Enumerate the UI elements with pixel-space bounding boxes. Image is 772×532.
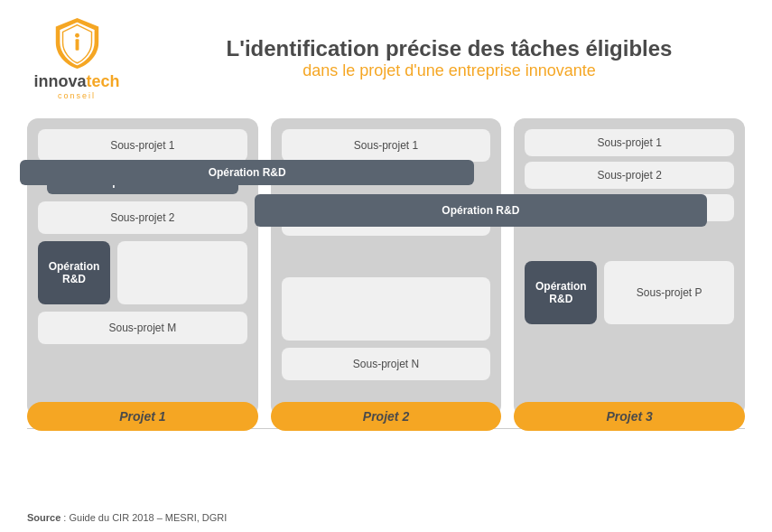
col1-bottom-row: Opération R&D (38, 241, 247, 304)
col3-subproject-1: Sous-projet 1 (525, 129, 734, 156)
col2-oprd-wide-spacer (282, 243, 491, 270)
svg-point-0 (75, 33, 79, 38)
project-label-3: Projet 3 (514, 402, 745, 431)
wide-op-rd-2: Opération R&D (255, 194, 707, 227)
project-label-1: Projet 1 (27, 402, 258, 431)
source-text: : Guide du CIR 2018 – MESRI, DGRI (60, 512, 227, 523)
title-area: L'identification précise des tâches élig… (153, 36, 745, 80)
logo-name: innovatech (33, 72, 119, 91)
source-label: Source (27, 512, 60, 523)
col1-subproject-2: Sous-projet 2 (38, 201, 247, 234)
project-label-2: Projet 2 (271, 402, 502, 431)
logo-conseil: conseil (33, 91, 119, 100)
col2-empty-box (282, 277, 491, 341)
diagram-area: Sous-projet 1 Opération R&D Sous-projet … (0, 109, 772, 421)
col3-bottom-row: Opération R&D Sous-projet P (525, 261, 734, 324)
col2-subproject-1: Sous-projet 1 (282, 129, 491, 162)
col3-subproject-2: Sous-projet 2 (525, 162, 734, 189)
main-title: L'identification précise des tâches élig… (153, 36, 745, 61)
project-col-3: Sous-projet 1 Sous-projet 2 Sous-projet … (514, 118, 745, 416)
col1-subproject-m: Sous-projet M (38, 312, 247, 344)
col1-empty-box (117, 241, 247, 304)
logo-area: innovatech conseil (27, 16, 126, 100)
col3-wide-spacer (525, 227, 734, 254)
source-line: Source : Guide du CIR 2018 – MESRI, DGRI (27, 512, 227, 523)
svg-rect-1 (75, 39, 79, 51)
col1-op-rd-block: Opération R&D (38, 241, 110, 304)
col2-subproject-n: Sous-projet N (282, 348, 491, 380)
col3-subproject-p: Sous-projet P (604, 261, 734, 324)
logo-text: innovatech conseil (33, 72, 119, 100)
col1-subproject-1: Sous-projet 1 (38, 129, 247, 162)
shield-icon (52, 16, 102, 70)
header: innovatech conseil L'identification préc… (0, 0, 772, 109)
col3-op-rd-block: Opération R&D (525, 261, 597, 324)
sub-title: dans le projet d'une entreprise innovant… (153, 61, 745, 80)
wide-op-rd-1: Opération R&D (20, 160, 474, 185)
